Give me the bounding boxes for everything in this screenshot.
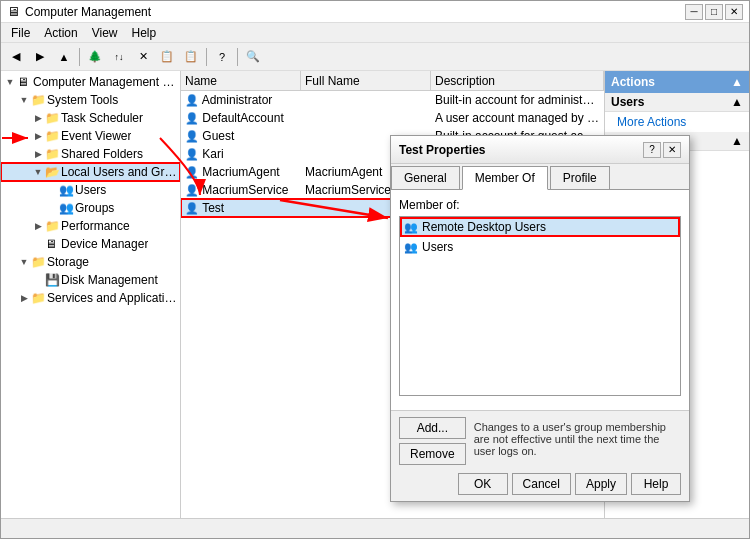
- expand-icon-localusers: ▼: [31, 165, 45, 179]
- cell-name-macriumagent: 👤 MacriumAgent: [181, 165, 301, 179]
- cancel-button[interactable]: Cancel: [512, 473, 571, 495]
- menu-help[interactable]: Help: [126, 24, 163, 42]
- member-remote-desktop-users[interactable]: 👥 Remote Desktop Users: [400, 217, 680, 237]
- tree-item-services[interactable]: ▶ 📁 Services and Applications: [1, 289, 180, 307]
- dialog-help-button[interactable]: ?: [643, 142, 661, 158]
- tree-item-storage[interactable]: ▼ 📁 Storage: [1, 253, 180, 271]
- dialog-title-bar: Test Properties ? ✕: [391, 136, 689, 164]
- folder-icon-services: 📁: [31, 291, 45, 305]
- tree-item-taskscheduler[interactable]: ▶ 📁 Task Scheduler: [1, 109, 180, 127]
- col-header-fullname[interactable]: Full Name: [301, 71, 431, 90]
- expand-icon-devicemanager: [31, 237, 45, 251]
- dialog-main-buttons: OK Cancel Apply Help: [399, 473, 681, 495]
- actions-more-actions[interactable]: More Actions: [605, 112, 749, 132]
- actions-section2-expand: ▲: [731, 134, 743, 148]
- up-button[interactable]: ▲: [53, 46, 75, 68]
- toolbar-btn-2[interactable]: ↑↓: [108, 46, 130, 68]
- menu-file[interactable]: File: [5, 24, 36, 42]
- tree-item-devicemanager[interactable]: 🖥 Device Manager: [1, 235, 180, 253]
- toolbar-btn-3[interactable]: ✕: [132, 46, 154, 68]
- expand-icon-services: ▶: [17, 291, 31, 305]
- tree-label-sharedfolders: Shared Folders: [61, 147, 143, 161]
- memberof-label: Member of:: [399, 198, 681, 212]
- dialog-note: Changes to a user's group membershipare …: [474, 417, 666, 461]
- tree-item-users[interactable]: 👥 Users: [1, 181, 180, 199]
- tree-label-systemtools: System Tools: [47, 93, 118, 107]
- toolbar-btn-5[interactable]: 📋: [180, 46, 202, 68]
- dialog-bottom: Add... Remove Changes to a user's group …: [391, 410, 689, 501]
- expand-icon-systemtools: ▼: [17, 93, 31, 107]
- groups-icon: 👥: [59, 201, 73, 215]
- title-bar-left: 🖥 Computer Management: [7, 4, 151, 19]
- users-icon: 👥: [59, 183, 73, 197]
- toolbar-separator-1: [79, 48, 80, 66]
- tree-item-sharedfolders[interactable]: ▶ 📁 Shared Folders: [1, 145, 180, 163]
- help-button[interactable]: Help: [631, 473, 681, 495]
- cell-desc-administrator: Built-in account for administering...: [431, 93, 604, 107]
- list-row-defaultaccount[interactable]: 👤 DefaultAccount A user account managed …: [181, 109, 604, 127]
- dialog-title-text: Test Properties: [399, 143, 485, 157]
- actions-expand-icon: ▲: [731, 75, 743, 89]
- member-label-rdu: Remote Desktop Users: [422, 220, 546, 234]
- back-button[interactable]: ◀: [5, 46, 27, 68]
- add-button[interactable]: Add...: [399, 417, 466, 439]
- disk-icon-diskmanagement: 💾: [45, 273, 59, 287]
- toolbar: ◀ ▶ ▲ 🌲 ↑↓ ✕ 📋 📋 ? 🔍: [1, 43, 749, 71]
- list-row-administrator[interactable]: 👤 Administrator Built-in account for adm…: [181, 91, 604, 109]
- actions-header: Actions ▲: [605, 71, 749, 93]
- maximize-button[interactable]: □: [705, 4, 723, 20]
- forward-button[interactable]: ▶: [29, 46, 51, 68]
- dialog-close-button[interactable]: ✕: [663, 142, 681, 158]
- menu-bar: File Action View Help: [1, 23, 749, 43]
- toolbar-separator-2: [206, 48, 207, 66]
- toolbar-btn-4[interactable]: 📋: [156, 46, 178, 68]
- tree-item-performance[interactable]: ▶ 📁 Performance: [1, 217, 180, 235]
- remove-button[interactable]: Remove: [399, 443, 466, 465]
- folder-icon-systemtools: 📁: [31, 93, 45, 107]
- tab-memberof[interactable]: Member Of: [462, 166, 548, 190]
- folder-icon-sharedfolders: 📁: [45, 147, 59, 161]
- gear-icon-devicemanager: 🖥: [45, 237, 59, 251]
- col-header-name[interactable]: Name: [181, 71, 301, 90]
- tree-label-services: Services and Applications: [47, 291, 178, 305]
- minimize-button[interactable]: ─: [685, 4, 703, 20]
- tree-item-systemtools[interactable]: ▼ 📁 System Tools: [1, 91, 180, 109]
- tree-item-diskmanagement[interactable]: 💾 Disk Management: [1, 271, 180, 289]
- expand-icon-storage: ▼: [17, 255, 31, 269]
- tree-label-users: Users: [75, 183, 106, 197]
- tab-general[interactable]: General: [391, 166, 460, 189]
- expand-icon-groups: [45, 201, 59, 215]
- ok-button[interactable]: OK: [458, 473, 508, 495]
- show-hide-console-tree[interactable]: 🌲: [84, 46, 106, 68]
- folder-icon-localusers: 📂: [45, 165, 59, 179]
- menu-action[interactable]: Action: [38, 24, 83, 42]
- tree-label-root: Computer Management (Local): [33, 75, 178, 89]
- tree-label-devicemanager: Device Manager: [61, 237, 148, 251]
- title-bar-controls: ─ □ ✕: [685, 4, 743, 20]
- tree-item-groups[interactable]: 👥 Groups: [1, 199, 180, 217]
- expand-icon-taskscheduler: ▶: [31, 111, 45, 125]
- help-button[interactable]: ?: [211, 46, 233, 68]
- folder-icon-performance: 📁: [45, 219, 59, 233]
- cell-name-macriumservice: 👤 MacriumService: [181, 183, 301, 197]
- cell-name-administrator: 👤 Administrator: [181, 93, 301, 107]
- tab-profile[interactable]: Profile: [550, 166, 610, 189]
- expand-icon-users: [45, 183, 59, 197]
- col-header-desc[interactable]: Description: [431, 71, 604, 90]
- tree-item-localusers[interactable]: ▼ 📂 Local Users and Groups: [1, 163, 180, 181]
- dialog-title-controls: ? ✕: [643, 142, 681, 158]
- folder-icon-eventviewer: 📁: [45, 129, 59, 143]
- menu-view[interactable]: View: [86, 24, 124, 42]
- expand-icon-eventviewer: ▶: [31, 129, 45, 143]
- tree-item-eventviewer[interactable]: ▶ 📁 Event Viewer: [1, 127, 180, 145]
- tree-item-root[interactable]: ▼ 🖥 Computer Management (Local): [1, 73, 180, 91]
- member-users[interactable]: 👥 Users: [400, 237, 680, 257]
- tree-label-eventviewer: Event Viewer: [61, 129, 131, 143]
- tree-label-storage: Storage: [47, 255, 89, 269]
- close-button[interactable]: ✕: [725, 4, 743, 20]
- tree-label-performance: Performance: [61, 219, 130, 233]
- apply-button[interactable]: Apply: [575, 473, 627, 495]
- tree-label-taskscheduler: Task Scheduler: [61, 111, 143, 125]
- dialog-tabs: General Member Of Profile: [391, 164, 689, 190]
- search-button[interactable]: 🔍: [242, 46, 264, 68]
